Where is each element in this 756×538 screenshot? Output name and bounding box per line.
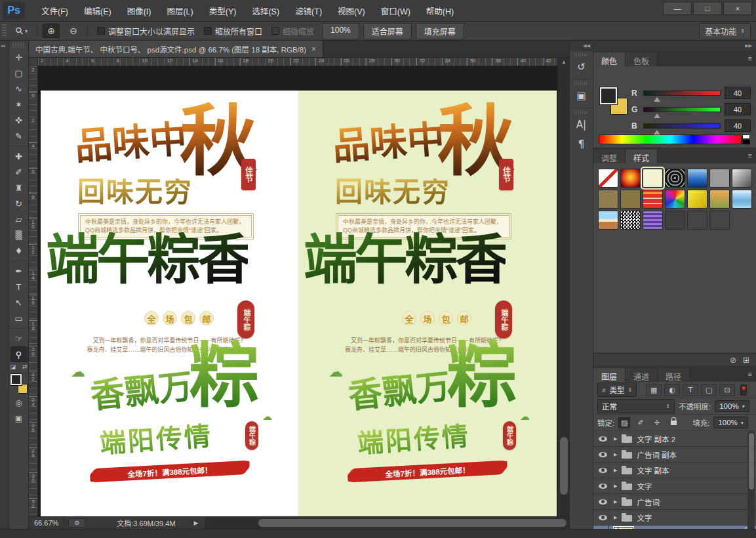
style-swatch[interactable] — [687, 169, 707, 188]
menubar-item[interactable]: 类型(Y) — [202, 2, 244, 20]
new-style-icon[interactable]: ⊞ — [743, 356, 749, 365]
lock-pixels-icon[interactable]: ✐ — [635, 417, 647, 428]
options-checkbox[interactable]: 调整窗口大小以满屏显示 — [97, 26, 195, 37]
blend-mode-select[interactable]: 正常 ⇕ — [597, 399, 675, 413]
quick-mask-button[interactable]: ◎ — [10, 396, 28, 409]
filter-type-icon[interactable]: T — [683, 384, 698, 396]
visibility-eye-icon[interactable] — [597, 447, 609, 462]
tab-swatches[interactable]: 色板 — [626, 52, 658, 66]
style-swatch[interactable] — [643, 190, 663, 209]
lock-position-icon[interactable]: ✛ — [651, 417, 663, 428]
filter-type-select[interactable]: ⌕ 类型 ⇕ — [597, 383, 637, 397]
style-swatch[interactable] — [620, 190, 641, 209]
options-button[interactable]: 100% — [322, 23, 359, 39]
style-swatch[interactable] — [665, 190, 685, 209]
default-colors-icon[interactable]: ◪ — [10, 363, 16, 370]
lasso-tool[interactable]: ∿ — [10, 81, 28, 96]
layer-row[interactable]: ▶广告词 副本 — [593, 447, 756, 463]
slider-thumb[interactable] — [654, 130, 660, 134]
layers-scrollbar[interactable] — [747, 431, 755, 538]
expand-triangle-icon[interactable]: ▶ — [614, 436, 617, 442]
background-color-swatch[interactable] — [18, 384, 28, 394]
workspace-switcher[interactable]: 基本功能 ⇕ — [699, 23, 751, 39]
style-swatch[interactable] — [643, 211, 663, 230]
menubar-item[interactable]: 窗口(W) — [374, 2, 418, 20]
brush-tool[interactable]: ✐ — [10, 164, 28, 180]
visibility-eye-icon[interactable] — [597, 463, 609, 478]
color-slider[interactable] — [643, 107, 721, 112]
screen-mode-button[interactable]: ▣ — [10, 412, 28, 425]
move-tool[interactable]: ✛ — [10, 49, 28, 65]
slider-thumb[interactable] — [654, 97, 660, 102]
clear-style-icon[interactable]: ⊘ — [730, 356, 736, 365]
menubar-item[interactable]: 选择(S) — [245, 2, 287, 20]
expand-triangle-icon[interactable]: ▶ — [614, 452, 617, 457]
panels-expand-icon[interactable]: ▶▶ — [593, 41, 756, 51]
options-checkbox[interactable]: 缩放所有窗口 — [204, 26, 262, 37]
tab-adjustments[interactable]: 调整 — [593, 150, 626, 163]
filter-pixel-icon[interactable]: ▦ — [646, 384, 662, 396]
slider-thumb[interactable] — [654, 114, 660, 118]
scroll-up-icon[interactable]: ▲ — [558, 58, 570, 67]
panel-menu-icon[interactable]: ≡ — [748, 152, 752, 159]
style-swatch[interactable] — [732, 169, 752, 188]
style-swatch[interactable] — [709, 169, 730, 188]
properties-panel-icon[interactable]: ▣ — [572, 87, 591, 105]
expand-triangle-icon[interactable]: ▶ — [614, 468, 617, 473]
magic-wand-tool[interactable]: ✶ — [10, 96, 28, 112]
options-grip[interactable] — [2, 24, 7, 37]
menubar-item[interactable]: 文件(F) — [34, 2, 75, 20]
canvas[interactable]: 品味中 秋 佳节 回味无穷 中秋最美是亲情，身处异乡的你，今年也许无法与家人团聚… — [38, 66, 557, 516]
options-button[interactable]: 填充屏幕 — [416, 23, 464, 39]
black-chip[interactable] — [742, 139, 750, 144]
layer-row[interactable]: ▶文字 副本 2 — [593, 431, 756, 447]
swap-colors-icon[interactable]: ⇄ — [22, 363, 28, 370]
panel-menu-icon[interactable]: ≡ — [748, 370, 752, 378]
zoom-tool[interactable]: ⚲ — [10, 346, 28, 362]
options-button[interactable]: 适合屏幕 — [363, 23, 412, 39]
color-value-input[interactable]: 40 — [725, 103, 751, 115]
style-swatch[interactable] — [620, 211, 641, 230]
zoom-out-button[interactable]: ⊖ — [65, 24, 82, 38]
visibility-eye-icon[interactable] — [597, 478, 609, 493]
visibility-eye-icon[interactable] — [597, 494, 609, 509]
style-swatch[interactable] — [732, 190, 752, 209]
color-spectrum-ramp[interactable] — [599, 134, 742, 144]
options-checkbox[interactable]: 细微缩放 — [271, 26, 314, 37]
type-tool[interactable]: T — [10, 279, 28, 295]
tab-color[interactable]: 颜色 — [593, 52, 626, 66]
character-panel-icon[interactable]: A| — [572, 115, 591, 134]
fill-select[interactable]: 100% ▾ — [713, 417, 747, 428]
pen-tool[interactable]: ✒ — [10, 263, 28, 279]
foreground-color-swatch[interactable] — [600, 87, 617, 104]
toolbox-grip[interactable] — [12, 43, 25, 48]
rect-marquee-tool[interactable]: ▢ — [10, 65, 28, 81]
shape-tool[interactable]: ▭ — [10, 310, 28, 326]
menubar-item[interactable]: 编辑(E) — [77, 2, 119, 20]
expand-triangle-icon[interactable]: ▶ — [614, 515, 617, 520]
color-value-input[interactable]: 40 — [725, 87, 751, 99]
style-swatch[interactable] — [665, 211, 685, 230]
filter-shape-icon[interactable]: ▢ — [701, 384, 717, 396]
style-swatch[interactable] — [643, 169, 663, 188]
menubar-item[interactable]: 图像(I) — [120, 2, 159, 20]
crop-tool[interactable]: ✜ — [10, 112, 28, 128]
opacity-select[interactable]: 100% ▾ — [715, 400, 749, 412]
layer-row[interactable]: ▶广告词 — [593, 494, 756, 510]
hand-tool[interactable]: ☞ — [10, 331, 28, 346]
visibility-eye-icon[interactable] — [597, 510, 609, 525]
expand-triangle-icon[interactable]: ▶ — [614, 499, 617, 505]
close-button[interactable]: × — [723, 2, 752, 15]
menubar-item[interactable]: 视图(V) — [330, 2, 372, 20]
white-chip[interactable] — [742, 134, 750, 139]
checkbox-icon[interactable] — [204, 27, 212, 35]
maximize-button[interactable]: □ — [693, 2, 722, 15]
toolbox-toggle-icon[interactable]: ▸▸ — [0, 41, 9, 51]
close-tab-icon[interactable]: × — [311, 45, 316, 54]
document-tab[interactable]: 中国古典,端午节、 中秋节口号、 psd源文件.psd @ 66.7% (图层 … — [29, 41, 323, 57]
paragraph-panel-icon[interactable]: ¶ — [572, 135, 591, 154]
current-tool-preset[interactable]: ⚲ ▾ — [12, 24, 31, 38]
layer-row[interactable]: ▶文字 — [593, 478, 756, 494]
tab-styles[interactable]: 样式 — [626, 150, 658, 163]
lock-transparent-icon[interactable]: ▨ — [618, 417, 630, 428]
